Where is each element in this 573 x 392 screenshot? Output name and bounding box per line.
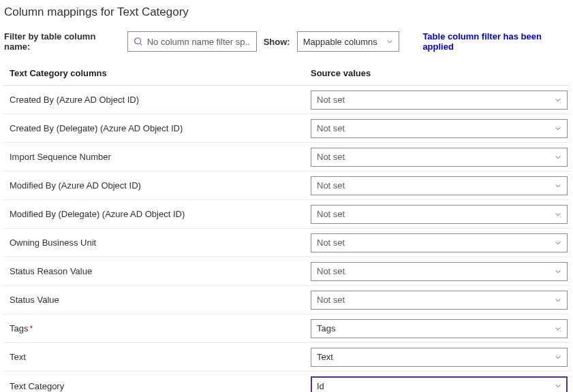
dropdown-value: Not set [317, 123, 345, 133]
column-label: Owning Business Unit [3, 238, 311, 248]
filter-input[interactable] [147, 37, 251, 47]
column-label: Created By (Delegate) (Azure AD Object I… [3, 123, 311, 133]
column-label: Tags * [3, 323, 311, 333]
search-icon [134, 37, 143, 46]
required-indicator: * [29, 324, 33, 333]
dropdown-value: Id [317, 381, 324, 391]
chevron-down-icon [555, 297, 561, 304]
column-label-text: Text Category [10, 381, 64, 391]
table-row: Import Sequence NumberNot set [3, 143, 570, 172]
show-label: Show: [264, 37, 290, 47]
dropdown-value: Not set [317, 209, 345, 219]
source-value-dropdown[interactable]: Not set [311, 119, 568, 138]
dropdown-value: Not set [317, 180, 345, 191]
show-select-value: Mappable columns [303, 37, 377, 47]
source-value-cell: Text [311, 348, 570, 367]
table-row: TextText [3, 343, 570, 372]
column-label: Text [3, 352, 311, 362]
chevron-down-icon [386, 38, 393, 45]
chevron-down-icon [555, 182, 561, 189]
column-label-text: Owning Business Unit [10, 238, 96, 248]
source-value-cell: Not set [311, 205, 570, 224]
table-row: Status Reason ValueNot set [3, 257, 570, 286]
svg-point-0 [134, 38, 140, 44]
header-category-columns: Text Category columns [3, 68, 311, 78]
filter-applied-message: Table column filter has been applied [422, 31, 570, 52]
source-value-cell: Not set [311, 176, 570, 195]
dropdown-value: Not set [317, 266, 345, 276]
column-label: Status Value [3, 295, 311, 305]
dropdown-value: Not set [317, 238, 345, 248]
source-value-dropdown[interactable]: Not set [311, 233, 568, 252]
table-row: Text CategoryId [3, 372, 570, 392]
source-value-dropdown[interactable]: Text [311, 348, 568, 367]
header-source-values: Source values [311, 68, 570, 78]
svg-line-1 [140, 44, 142, 46]
table-row: Tags *Tags [3, 314, 570, 343]
chevron-down-icon [555, 125, 561, 132]
source-value-cell: Not set [311, 119, 570, 138]
chevron-down-icon [555, 240, 561, 246]
dropdown-value: Not set [317, 95, 345, 105]
chevron-down-icon [555, 268, 561, 275]
source-value-cell: Not set [311, 291, 570, 310]
chevron-down-icon [555, 325, 561, 332]
source-value-dropdown[interactable]: Not set [311, 148, 568, 167]
show-select[interactable]: Mappable columns [297, 31, 400, 52]
filter-row: Filter by table column name: Show: Mappa… [3, 31, 570, 52]
dropdown-value: Text [317, 352, 333, 362]
filter-label: Filter by table column name: [4, 31, 121, 52]
table-row: Modified By (Delegate) (Azure AD Object … [3, 200, 570, 229]
source-value-dropdown[interactable]: Not set [311, 91, 568, 110]
source-value-cell: Not set [311, 262, 570, 281]
source-value-cell: Tags [311, 319, 570, 338]
source-value-dropdown[interactable]: Not set [311, 176, 568, 195]
column-label-text: Modified By (Azure AD Object ID) [10, 180, 141, 191]
column-label: Modified By (Azure AD Object ID) [3, 180, 311, 191]
column-label: Import Sequence Number [3, 152, 311, 162]
column-label-text: Created By (Azure AD Object ID) [10, 95, 139, 105]
source-value-dropdown[interactable]: Id [311, 376, 568, 392]
column-label-text: Modified By (Delegate) (Azure AD Object … [10, 209, 185, 219]
dropdown-value: Not set [317, 152, 345, 162]
dropdown-value: Tags [317, 323, 335, 333]
chevron-down-icon [555, 97, 561, 103]
chevron-down-icon [555, 382, 561, 389]
column-label-text: Tags [10, 323, 28, 333]
source-value-dropdown[interactable]: Tags [311, 319, 568, 338]
table-row: Created By (Azure AD Object ID)Not set [3, 86, 570, 114]
column-label: Created By (Azure AD Object ID) [3, 95, 311, 105]
column-label-text: Status Value [10, 295, 59, 305]
table-header-row: Text Category columns Source values [3, 68, 570, 86]
table-row: Owning Business UnitNot set [3, 229, 570, 257]
source-value-cell: Not set [311, 91, 570, 110]
source-value-dropdown[interactable]: Not set [311, 262, 568, 281]
chevron-down-icon [555, 154, 561, 161]
table-row: Modified By (Azure AD Object ID)Not set [3, 172, 570, 200]
source-value-cell: Id [311, 376, 570, 392]
table-row: Status ValueNot set [3, 286, 570, 314]
source-value-dropdown[interactable]: Not set [311, 205, 568, 224]
column-label: Text Category [3, 381, 311, 391]
chevron-down-icon [555, 211, 561, 218]
mapping-table-body: Created By (Azure AD Object ID)Not setCr… [3, 86, 570, 392]
column-label-text: Text [10, 352, 26, 362]
source-value-dropdown[interactable]: Not set [311, 291, 568, 310]
column-label: Status Reason Value [3, 266, 311, 276]
page-title: Column mappings for Text Category [3, 5, 570, 19]
dropdown-value: Not set [317, 295, 345, 305]
column-label: Modified By (Delegate) (Azure AD Object … [3, 209, 311, 219]
source-value-cell: Not set [311, 233, 570, 252]
column-label-text: Status Reason Value [10, 266, 92, 276]
chevron-down-icon [555, 354, 561, 361]
filter-input-container[interactable] [127, 31, 257, 52]
source-value-cell: Not set [311, 148, 570, 167]
column-label-text: Import Sequence Number [10, 152, 111, 162]
table-row: Created By (Delegate) (Azure AD Object I… [3, 114, 570, 143]
column-label-text: Created By (Delegate) (Azure AD Object I… [10, 123, 183, 133]
